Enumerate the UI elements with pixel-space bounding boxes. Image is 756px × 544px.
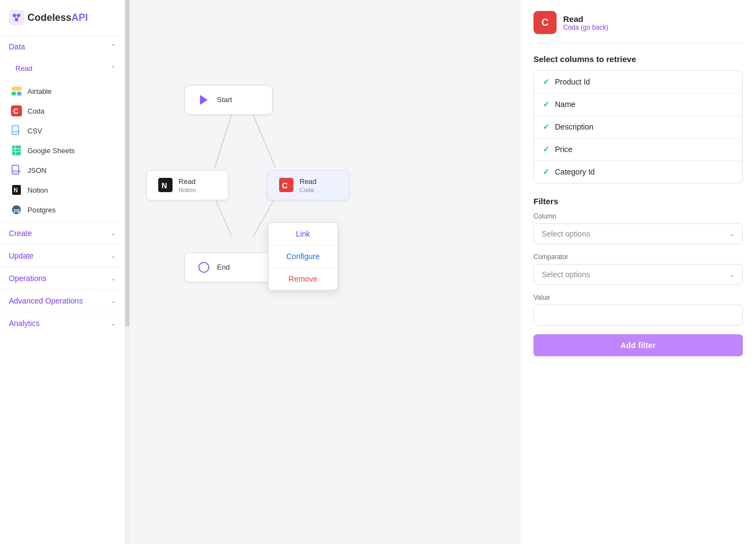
panel-back-link[interactable]: Coda (go back) <box>563 24 608 31</box>
column-item-category-id[interactable]: ✓ Category Id <box>534 161 742 183</box>
filters-section: Filters Column Select options ⌄ Comparat… <box>533 197 743 356</box>
start-icon <box>196 92 212 108</box>
filters-section-title: Filters <box>533 197 743 206</box>
coda-node-icon: C <box>279 177 294 193</box>
google-sheets-icon <box>11 145 22 156</box>
check-icon: ✓ <box>543 77 549 86</box>
column-item-product-id[interactable]: ✓ Product Id <box>534 71 742 93</box>
panel-header-text: Read Coda (go back) <box>563 14 608 31</box>
dropdown-arrow-icon: ⌄ <box>729 271 735 278</box>
value-input[interactable] <box>533 305 743 326</box>
add-filter-button[interactable]: Add filter <box>533 334 743 356</box>
svg-text:N: N <box>162 181 167 190</box>
panel-title: Read <box>563 14 608 24</box>
chevron-down-icon: ⌄ <box>110 319 116 327</box>
sidebar-scrollbar[interactable] <box>125 0 130 544</box>
csv-icon: CSV <box>11 125 22 136</box>
svg-rect-0 <box>9 10 24 25</box>
sidebar-category-create[interactable]: Create ⌄ <box>0 222 125 244</box>
sidebar-category-advanced-operations[interactable]: Advanced Operations ⌄ <box>0 289 125 312</box>
svg-line-26 <box>215 198 231 236</box>
column-item-description[interactable]: ✓ Description <box>534 116 742 138</box>
context-menu-remove[interactable]: Remove <box>269 268 337 290</box>
chevron-up-icon: ⌃ <box>110 43 116 51</box>
sidebar-subcategory-read: Read ⌃ Airtable <box>0 58 125 222</box>
columns-section: Select columns to retrieve ✓ Product Id … <box>533 54 743 183</box>
airtable-icon <box>11 86 22 97</box>
play-triangle-icon <box>200 95 208 105</box>
svg-line-24 <box>215 115 231 167</box>
canvas: Start N Read Notion C Read Coda Link <box>130 0 520 544</box>
sidebar-item-notion[interactable]: N Notion <box>0 180 125 200</box>
sidebar: CodelessAPI Data ⌃ Read ⌃ <box>0 0 125 544</box>
notion-node-icon: N <box>158 177 173 193</box>
check-icon: ✓ <box>543 100 549 109</box>
coda-icon: C <box>11 105 22 116</box>
sidebar-section-data: Data ⌃ Read ⌃ Airtabl <box>0 36 125 222</box>
chevron-up-icon: ⌃ <box>110 65 116 72</box>
sidebar-item-csv[interactable]: CSV CSV <box>0 121 125 141</box>
columns-section-title: Select columns to retrieve <box>533 54 743 64</box>
svg-rect-8 <box>12 92 16 96</box>
chevron-down-icon: ⌄ <box>110 274 116 282</box>
svg-text:C: C <box>13 107 19 115</box>
value-filter-label: Value <box>533 294 743 301</box>
sidebar-category-read[interactable]: Read ⌃ <box>0 58 125 79</box>
comparator-filter-group: Comparator Select options ⌄ <box>533 253 743 285</box>
sidebar-category-operations[interactable]: Operations ⌄ <box>0 267 125 289</box>
comparator-select[interactable]: Select options ⌄ <box>533 264 743 285</box>
end-icon <box>196 260 212 275</box>
svg-rect-7 <box>12 87 21 91</box>
start-node[interactable]: Start <box>185 85 273 115</box>
column-select[interactable]: Select options ⌄ <box>533 223 743 244</box>
chevron-down-icon: ⌄ <box>110 229 116 237</box>
sidebar-item-google-sheets[interactable]: Google Sheets <box>0 141 125 160</box>
sidebar-category-data[interactable]: Data ⌃ <box>0 36 125 58</box>
column-list: ✓ Product Id ✓ Name ✓ Description ✓ Pric… <box>533 70 743 183</box>
end-circle-icon <box>198 262 209 273</box>
sidebar-header: CodelessAPI <box>0 0 125 36</box>
context-menu-configure[interactable]: Configure <box>269 245 337 268</box>
logo-text: CodelessAPI <box>27 12 88 24</box>
check-icon: ✓ <box>543 167 549 176</box>
right-panel: C Read Coda (go back) Select columns to … <box>520 0 756 544</box>
logo[interactable]: CodelessAPI <box>9 10 116 25</box>
column-item-price[interactable]: ✓ Price <box>534 138 742 161</box>
chevron-down-icon: ⌄ <box>110 297 116 305</box>
svg-rect-9 <box>17 92 21 96</box>
svg-text:CSV: CSV <box>13 130 19 133</box>
sidebar-item-airtable[interactable]: Airtable <box>0 81 125 101</box>
sidebar-item-json[interactable]: JSON JSON <box>0 160 125 180</box>
context-menu: Link Configure Remove <box>268 222 338 290</box>
notion-icon: N <box>11 184 22 195</box>
column-filter-group: Column Select options ⌄ <box>533 212 743 244</box>
svg-text:JSON: JSON <box>12 170 20 173</box>
value-filter-group: Value <box>533 294 743 334</box>
json-icon: JSON <box>11 165 22 176</box>
coda-panel-icon: C <box>533 11 557 34</box>
sidebar-item-postgres[interactable]: pg Postgres <box>0 200 125 220</box>
svg-text:C: C <box>282 181 288 190</box>
check-icon: ✓ <box>543 122 549 131</box>
sidebar-category-analytics[interactable]: Analytics ⌄ <box>0 312 125 334</box>
check-icon: ✓ <box>543 145 549 154</box>
scrollbar-thumb[interactable] <box>125 0 130 327</box>
svg-line-25 <box>253 115 275 167</box>
sidebar-category-update[interactable]: Update ⌄ <box>0 244 125 267</box>
logo-icon <box>9 10 24 25</box>
panel-header: C Read Coda (go back) <box>533 11 743 43</box>
comparator-filter-label: Comparator <box>533 253 743 261</box>
read-coda-node[interactable]: C Read Coda <box>267 170 349 200</box>
column-filter-label: Column <box>533 212 743 220</box>
context-menu-link[interactable]: Link <box>269 223 337 245</box>
end-node[interactable]: End <box>185 253 273 282</box>
sidebar-item-coda[interactable]: C Coda <box>0 101 125 121</box>
read-notion-node[interactable]: N Read Notion <box>146 170 229 200</box>
chevron-down-icon: ⌄ <box>110 252 116 260</box>
svg-text:pg: pg <box>14 207 20 213</box>
postgres-icon: pg <box>11 204 22 215</box>
svg-text:N: N <box>14 187 18 193</box>
sidebar-read-items: Airtable C Coda <box>0 79 125 222</box>
column-item-name[interactable]: ✓ Name <box>534 93 742 116</box>
dropdown-arrow-icon: ⌄ <box>729 230 735 238</box>
